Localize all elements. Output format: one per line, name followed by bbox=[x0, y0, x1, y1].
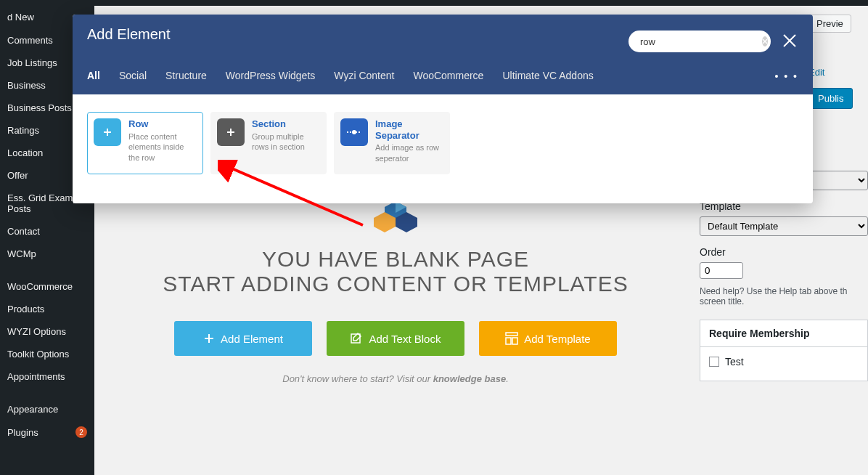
order-label: Order bbox=[700, 246, 868, 262]
sidebar-item-products[interactable]: Products bbox=[0, 298, 94, 320]
add-element-modal: Add Element All Social Structure WordPre… bbox=[73, 15, 813, 203]
tab-ultimate-vc[interactable]: Ultimate VC Addons bbox=[502, 70, 593, 90]
sidebar-item-label: Comments bbox=[7, 35, 53, 46]
svg-rect-6 bbox=[506, 338, 511, 344]
element-title: Image Separator bbox=[375, 118, 443, 141]
sidebar-item-label: Business bbox=[7, 80, 46, 91]
button-label: Add Element bbox=[221, 333, 283, 345]
sidebar-item-label: Products bbox=[7, 304, 44, 314]
vc-logo-icon bbox=[374, 200, 417, 240]
knowledge-base-link[interactable]: knowledge base bbox=[433, 373, 506, 384]
plugins-count-badge: 2 bbox=[75, 426, 87, 438]
add-text-block-button[interactable]: Add Text Block bbox=[327, 321, 464, 356]
svg-point-11 bbox=[352, 130, 356, 134]
knowledge-base-hint: Don't know where to start? Visit our kno… bbox=[116, 373, 675, 384]
sidebar-item-label: Offer bbox=[7, 170, 28, 181]
category-tabs: All Social Structure WordPress Widgets W… bbox=[87, 65, 798, 94]
sidebar-item-label: WCMp bbox=[7, 248, 36, 259]
text-edit-icon bbox=[351, 332, 364, 345]
button-label: Add Text Block bbox=[369, 333, 441, 345]
sidebar-item-wcmp[interactable]: WCMp bbox=[0, 243, 94, 265]
element-desc: Add image as row seperator bbox=[375, 142, 443, 164]
sidebar-item-label: Appearance bbox=[7, 404, 58, 415]
sidebar-item-label: Appointments bbox=[7, 371, 65, 382]
vc-blank-page: YOU HAVE BLANK PAGE START ADDING CONTENT… bbox=[116, 200, 675, 384]
tab-wp-widgets[interactable]: WordPress Widgets bbox=[226, 70, 315, 90]
membership-test-checkbox[interactable]: Test bbox=[709, 356, 744, 372]
sidebar-item-plugins[interactable]: Plugins2 bbox=[0, 421, 94, 444]
element-row[interactable]: Row Place content elements inside the ro… bbox=[87, 112, 203, 174]
svg-rect-7 bbox=[512, 338, 517, 344]
sidebar-item-label: Contact bbox=[7, 226, 40, 237]
kb-prefix: Don't know where to start? Visit our bbox=[282, 373, 433, 384]
sidebar-item-label: Toolkit Options bbox=[7, 349, 69, 360]
add-template-button[interactable]: Add Template bbox=[479, 321, 617, 356]
search-input[interactable] bbox=[640, 36, 762, 47]
sidebar-item-label: Location bbox=[7, 147, 43, 158]
tab-social[interactable]: Social bbox=[119, 70, 147, 90]
sidebar-item-label: Plugins bbox=[7, 427, 38, 438]
element-section[interactable]: Section Group multiple rows in section bbox=[210, 112, 327, 174]
sidebar-item-label: Job Listings bbox=[7, 57, 57, 68]
wp-admin-bar bbox=[0, 0, 868, 6]
blank-heading-2: START ADDING CONTENT OR TEMPLATES bbox=[116, 272, 675, 296]
help-text: Need help? Use the Help tab above th scr… bbox=[700, 279, 868, 306]
sidebar-item-label: Business Posts bbox=[7, 102, 72, 113]
sidebar-item-label: WooCommerce bbox=[7, 281, 73, 292]
require-membership-heading: Require Membership bbox=[700, 320, 868, 346]
sidebar-item-label: d New bbox=[7, 12, 34, 23]
button-label: Add Template bbox=[524, 333, 590, 345]
plus-icon bbox=[203, 333, 215, 344]
tab-structure[interactable]: Structure bbox=[165, 70, 207, 90]
plus-icon bbox=[217, 118, 245, 146]
add-element-button[interactable]: Add Element bbox=[174, 321, 312, 356]
checkbox-label: Test bbox=[725, 356, 744, 368]
sidebar-item-label: Ratings bbox=[7, 125, 39, 136]
element-title: Section bbox=[252, 118, 320, 130]
clear-search-icon[interactable] bbox=[762, 36, 768, 46]
sidebar-item-woocommerce[interactable]: WooCommerce bbox=[0, 275, 94, 298]
sidebar-item-appearance[interactable]: Appearance bbox=[0, 398, 94, 421]
preview-button[interactable]: Previe bbox=[808, 15, 851, 33]
tab-all[interactable]: All bbox=[87, 70, 100, 90]
checkbox-icon bbox=[709, 357, 719, 367]
element-image-separator[interactable]: Image Separator Add image as row seperat… bbox=[334, 112, 450, 174]
sidebar-item-toolkit-options[interactable]: Toolkit Options bbox=[0, 343, 94, 365]
sidebar-item-wyzi-options[interactable]: WYZI Options bbox=[0, 320, 94, 343]
tab-woocommerce[interactable]: WooCommerce bbox=[413, 70, 483, 90]
plus-icon bbox=[94, 118, 121, 146]
element-desc: Place content elements inside the row bbox=[128, 131, 197, 164]
separator-icon bbox=[340, 118, 368, 146]
template-select[interactable]: Default Template bbox=[700, 216, 868, 236]
modal-body: Row Place content elements inside the ro… bbox=[73, 94, 813, 203]
sidebar-item-label: WYZI Options bbox=[7, 326, 66, 337]
tab-wyzi-content[interactable]: Wyzi Content bbox=[334, 70, 394, 90]
publish-button[interactable]: Publis bbox=[808, 88, 853, 109]
element-title: Row bbox=[128, 118, 197, 130]
tabs-more-icon[interactable]: • • • bbox=[775, 70, 798, 89]
element-search[interactable] bbox=[629, 31, 771, 52]
template-icon bbox=[505, 332, 518, 345]
close-icon bbox=[781, 32, 798, 49]
element-desc: Group multiple rows in section bbox=[252, 131, 320, 153]
close-modal-button[interactable] bbox=[781, 32, 798, 49]
modal-header: Add Element All Social Structure WordPre… bbox=[73, 15, 813, 94]
sidebar-item-appointments[interactable]: Appointments bbox=[0, 365, 94, 388]
sidebar-item-contact[interactable]: Contact bbox=[0, 220, 94, 243]
blank-heading-1: YOU HAVE BLANK PAGE bbox=[116, 247, 675, 272]
order-input[interactable] bbox=[700, 262, 743, 279]
svg-rect-5 bbox=[506, 333, 517, 336]
kb-suffix: . bbox=[506, 373, 509, 384]
